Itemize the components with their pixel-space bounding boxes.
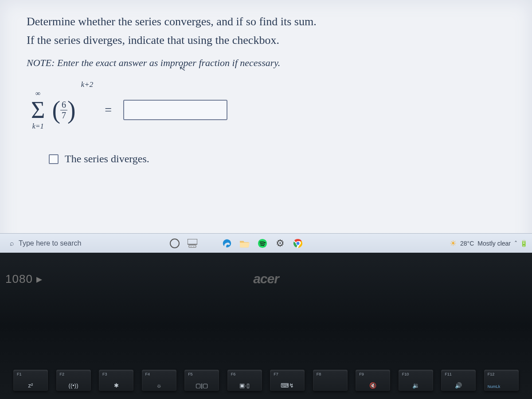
edge-icon: [222, 239, 232, 248]
key-label: F6: [231, 372, 236, 376]
windows-taskbar: ⌕ Type here to search ⚙: [0, 233, 532, 253]
key-label: F12: [488, 372, 495, 376]
gear-icon: ⚙: [276, 239, 285, 248]
edge-button[interactable]: [220, 236, 234, 250]
svg-rect-0: [188, 239, 197, 244]
f7-key[interactable]: F7⌨↯: [270, 370, 305, 391]
f12-key[interactable]: F12NumLk: [484, 370, 519, 391]
model-badge: 1080 ▸: [2, 271, 46, 287]
chrome-button[interactable]: [291, 236, 305, 250]
key-label: F7: [274, 372, 278, 376]
function-key-row: F1z² F2((•)) F3✱ F4☼ F5▢|▢ F6▣·▯ F7⌨↯ F8…: [0, 370, 532, 391]
key-label: F8: [317, 372, 321, 376]
key-label: F3: [102, 372, 107, 376]
exponent: k+2: [81, 80, 94, 89]
screen-area: Determine whether the series converges, …: [0, 0, 532, 253]
f10-key[interactable]: F10🔉: [399, 370, 433, 391]
key-symbol: ⌨↯: [281, 382, 294, 389]
laptop-bezel: 1080 ▸ acer F1z² F2((•)) F3✱ F4☼ F5▢|▢ F…: [0, 253, 532, 399]
f6-key[interactable]: F6▣·▯: [227, 370, 262, 391]
task-view-icon: [188, 239, 197, 248]
taskbar-right: ☀ 28°C Mostly clear ˄ 🔋: [450, 239, 528, 248]
series-expression: ∞ Σ k=1 ( 6 7 ) k+2 =: [31, 90, 505, 130]
battery-icon[interactable]: 🔋: [520, 240, 528, 247]
key-symbol: ✱: [114, 382, 119, 389]
brand-logo: acer: [253, 271, 279, 286]
svg-rect-1: [189, 245, 196, 247]
cortana-button[interactable]: [168, 236, 182, 250]
folder-icon: [240, 239, 250, 248]
diverges-checkbox[interactable]: [49, 154, 59, 164]
key-label: F4: [145, 372, 150, 376]
f9-key[interactable]: F9🔇: [356, 370, 390, 391]
question-line-2: If the series diverges, indicate that us…: [27, 31, 505, 50]
search-placeholder: Type here to search: [19, 239, 81, 247]
key-label: F10: [402, 372, 409, 376]
key-symbol: ((•)): [69, 382, 78, 389]
key-blue-label: NumLk: [488, 384, 501, 389]
weather-desc[interactable]: Mostly clear: [477, 240, 511, 247]
key-label: F9: [359, 372, 364, 376]
question-note: NOTE: Enter the exact answer as improper…: [27, 57, 505, 69]
sigma-upper-bound: ∞: [35, 90, 40, 97]
key-label: F1: [17, 372, 22, 376]
weather-icon: ☀: [450, 239, 457, 248]
key-symbol: ☼: [156, 382, 162, 389]
sigma-block: ∞ Σ k=1: [31, 90, 45, 130]
key-symbol: ▣·▯: [239, 382, 250, 389]
base-fraction: ( 6 7 ): [52, 100, 75, 121]
diverges-label: The series diverges.: [65, 153, 149, 165]
note-body: Enter the exact answer as improper fract…: [57, 57, 280, 68]
key-label: F11: [445, 372, 452, 376]
question-content: Determine whether the series converges, …: [0, 0, 532, 165]
key-label: F5: [188, 372, 193, 376]
f2-key[interactable]: F2((•)): [56, 370, 91, 391]
weather-temp[interactable]: 28°C: [460, 240, 474, 247]
note-prefix: NOTE:: [27, 57, 55, 68]
settings-button[interactable]: ⚙: [273, 236, 287, 250]
answer-input[interactable]: [123, 100, 227, 120]
f3-key[interactable]: F3✱: [99, 370, 133, 391]
key-symbol: z²: [28, 382, 33, 389]
taskbar-search[interactable]: ⌕ Type here to search: [4, 235, 164, 251]
key-symbol: ▢|▢: [196, 382, 207, 389]
fraction: 6 7: [60, 100, 67, 121]
key-label: F2: [60, 372, 65, 376]
fraction-denominator: 7: [60, 110, 67, 121]
spotify-button[interactable]: [255, 236, 270, 250]
close-paren: ): [67, 100, 76, 120]
question-line-1: Determine whether the series converges, …: [27, 12, 505, 31]
fraction-numerator: 6: [60, 100, 67, 110]
task-view-button[interactable]: [185, 236, 200, 250]
key-symbol: 🔇: [369, 382, 376, 389]
f8-key[interactable]: F8: [313, 370, 348, 391]
systray-caret-icon[interactable]: ˄: [514, 240, 517, 247]
chrome-icon: [293, 239, 303, 248]
system-tray[interactable]: ˄ 🔋: [514, 240, 528, 247]
sigma-lower-bound: k=1: [32, 123, 44, 130]
f11-key[interactable]: F11🔊: [441, 370, 476, 391]
equals-sign: =: [105, 103, 112, 117]
spotify-icon: [258, 239, 267, 248]
f5-key[interactable]: F5▢|▢: [184, 370, 219, 391]
file-explorer-button[interactable]: [238, 236, 252, 250]
diverges-row: The series diverges.: [49, 153, 505, 165]
open-paren: (: [52, 100, 60, 120]
cortana-icon: [170, 239, 180, 248]
sigma-symbol: Σ: [31, 98, 45, 122]
f4-key[interactable]: F4☼: [142, 370, 176, 391]
f1-key[interactable]: F1z²: [13, 370, 48, 391]
key-symbol: 🔊: [455, 382, 462, 389]
search-icon: ⌕: [10, 239, 14, 247]
key-symbol: 🔉: [412, 382, 419, 389]
